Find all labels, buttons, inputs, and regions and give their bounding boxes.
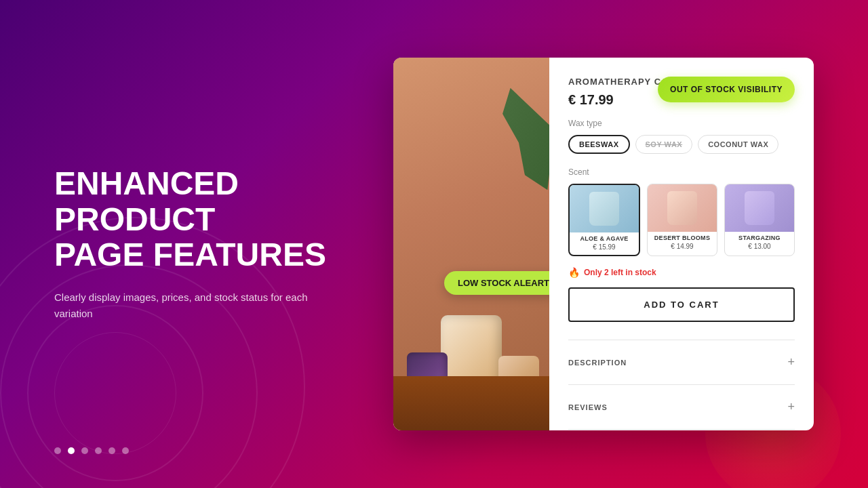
scent-image-aloe bbox=[570, 185, 639, 232]
dot-5[interactable] bbox=[122, 447, 129, 454]
leaf-decoration bbox=[485, 79, 549, 199]
divider-1 bbox=[568, 340, 795, 340]
scent-name-desert: DESERT BLOOMS bbox=[648, 232, 717, 243]
reviews-accordion[interactable]: REVIEWS + bbox=[568, 392, 795, 422]
product-card: LOW STOCK ALEART OUT OF STOCK VISIBILITY… bbox=[393, 58, 814, 430]
heading-line1: ENHANCED PRODUCT bbox=[54, 165, 239, 237]
scent-jar-desert bbox=[667, 191, 697, 225]
divider-2 bbox=[568, 384, 795, 385]
pagination-dots bbox=[54, 447, 129, 454]
dot-3[interactable] bbox=[95, 447, 102, 454]
scent-jar-aloe bbox=[589, 192, 619, 226]
scent-section: Scent ALOE & AGAVE € 15.99 DESERT BLOOMS bbox=[568, 167, 795, 256]
low-stock-badge: LOW STOCK ALEART bbox=[444, 271, 549, 295]
dot-2[interactable] bbox=[81, 447, 88, 454]
stock-warning-text: Only 2 left in stock bbox=[584, 268, 656, 277]
description-accordion[interactable]: DESCRIPTION + bbox=[568, 347, 795, 378]
scent-card-stargazing[interactable]: STARGAZING € 13.00 bbox=[724, 184, 795, 256]
wax-options-group: BEESWAX SOY WAX COCONUT WAX bbox=[568, 135, 795, 154]
scent-price-desert: € 14.99 bbox=[648, 243, 717, 254]
dot-4[interactable] bbox=[108, 447, 115, 454]
product-image-section: LOW STOCK ALEART bbox=[393, 58, 549, 430]
product-details: OUT OF STOCK VISIBILITY AROMATHERAPY CAN… bbox=[549, 58, 814, 430]
oos-visibility-badge: OUT OF STOCK VISIBILITY bbox=[658, 77, 795, 102]
fire-icon: 🔥 bbox=[568, 267, 580, 278]
scent-image-desert bbox=[648, 184, 717, 232]
subtext: Clearly display images, prices, and stoc… bbox=[54, 289, 326, 322]
wooden-table bbox=[393, 376, 549, 430]
wax-option-beeswax[interactable]: BEESWAX bbox=[568, 135, 630, 154]
scent-image-star bbox=[725, 184, 794, 232]
candle-scene bbox=[393, 214, 549, 430]
wax-option-soywax[interactable]: SOY WAX bbox=[635, 135, 693, 154]
scent-name-aloe: ALOE & AGAVE bbox=[570, 232, 639, 243]
scent-card-aloe[interactable]: ALOE & AGAVE € 15.99 bbox=[568, 184, 640, 256]
heading-line2: PAGE FEATURES bbox=[54, 237, 326, 272]
product-image-bg bbox=[393, 58, 549, 430]
description-expand-icon: + bbox=[787, 355, 795, 369]
left-panel: ENHANCED PRODUCT PAGE FEATURES Clearly d… bbox=[54, 0, 366, 488]
scent-jar-star bbox=[745, 191, 774, 225]
scent-price-stargazing: € 13.00 bbox=[725, 243, 794, 254]
scent-name-stargazing: STARGAZING bbox=[725, 232, 794, 243]
reviews-expand-icon: + bbox=[787, 400, 795, 414]
scent-card-desert[interactable]: DESERT BLOOMS € 14.99 bbox=[647, 184, 717, 256]
wax-option-coconutwax[interactable]: COCONUT WAX bbox=[698, 135, 778, 154]
dot-0[interactable] bbox=[54, 447, 61, 454]
wax-type-label: Wax type bbox=[568, 119, 795, 128]
add-to-cart-button[interactable]: ADD TO CART bbox=[568, 287, 795, 322]
divider-3 bbox=[568, 429, 795, 430]
scent-options-group: ALOE & AGAVE € 15.99 DESERT BLOOMS € 14.… bbox=[568, 184, 795, 256]
reviews-label: REVIEWS bbox=[568, 403, 608, 411]
stock-warning: 🔥 Only 2 left in stock bbox=[568, 267, 795, 278]
scent-label: Scent bbox=[568, 167, 795, 177]
main-heading: ENHANCED PRODUCT PAGE FEATURES bbox=[54, 166, 366, 273]
scent-price-aloe: € 15.99 bbox=[570, 243, 639, 255]
description-label: DESCRIPTION bbox=[568, 359, 627, 367]
dot-1[interactable] bbox=[68, 447, 75, 454]
